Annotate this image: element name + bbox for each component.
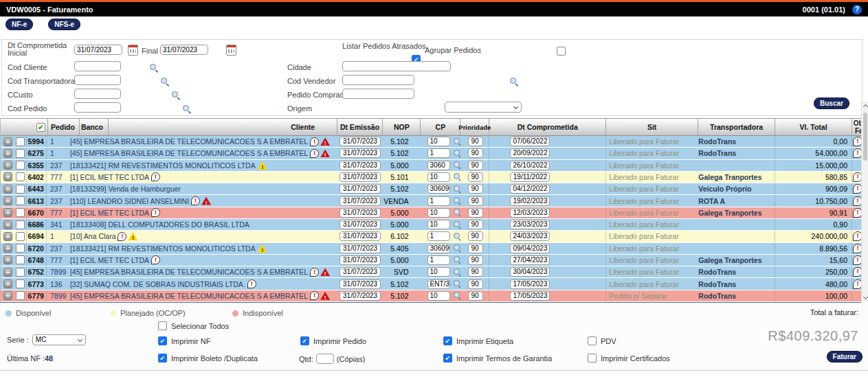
- scroll-down-icon[interactable]: [863, 295, 867, 299]
- prioridade-input[interactable]: 90: [468, 184, 483, 194]
- expand-row-button[interactable]: +: [3, 208, 12, 217]
- expand-row-button[interactable]: +: [3, 172, 12, 181]
- vertical-scrollbar[interactable]: [861, 102, 868, 302]
- cp-input[interactable]: 1: [427, 255, 451, 265]
- expand-row-button[interactable]: +: [3, 291, 12, 300]
- dt-emissao-input[interactable]: 31/07/2023: [340, 255, 381, 265]
- dt-comprometida-input[interactable]: 20/09/2022: [510, 148, 550, 158]
- cp-input[interactable]: 10: [427, 267, 451, 277]
- cp-input[interactable]: 306090: [427, 244, 451, 253]
- cod-cliente-input[interactable]: [74, 61, 121, 71]
- expand-row-button[interactable]: +: [3, 244, 12, 253]
- col-header-pedido[interactable]: Pedido: [48, 119, 80, 135]
- dt-emissao-input[interactable]: 31/07/2023: [340, 148, 381, 158]
- cp-input[interactable]: 3060: [427, 161, 451, 170]
- prioridade-input[interactable]: 90: [468, 291, 483, 301]
- prioridade-input[interactable]: 90: [468, 208, 483, 218]
- col-header-dt-comprometida[interactable]: Dt Comprometida: [489, 119, 606, 135]
- row-checkbox[interactable]: [16, 279, 25, 288]
- dt-emissao-input[interactable]: 31/07/2023: [340, 172, 381, 182]
- prioridade-input[interactable]: 90: [468, 220, 483, 229]
- pedido-comprador-input[interactable]: [342, 89, 414, 99]
- nfe-button[interactable]: NF-e: [5, 19, 33, 30]
- prioridade-input[interactable]: 90: [468, 279, 483, 289]
- cp-input[interactable]: 1: [427, 231, 451, 241]
- lookup-icon[interactable]: [453, 279, 460, 288]
- imprimir-nf-checkbox[interactable]: [158, 336, 167, 345]
- dt-comprometida-input[interactable]: 26/10/2022: [510, 161, 550, 170]
- row-checkbox[interactable]: [16, 268, 25, 277]
- dt-comprometida-input[interactable]: 24/03/2023: [510, 231, 550, 241]
- col-header-sit-transportadora[interactable]: Sit Transportadora: [606, 119, 775, 135]
- lookup-icon[interactable]: [171, 91, 180, 100]
- prioridade-input[interactable]: 90: [468, 231, 483, 241]
- qtd-input[interactable]: [316, 354, 334, 364]
- col-header-cliente[interactable]: Cliente: [109, 119, 337, 135]
- dt-emissao-input[interactable]: 31/07/2023: [340, 291, 381, 301]
- dt-emissao-input[interactable]: 31/07/2023: [340, 184, 381, 194]
- row-checkbox[interactable]: [16, 232, 25, 241]
- row-checkbox[interactable]: [16, 149, 25, 158]
- dt-comprometida-input[interactable]: 19/02/2023: [510, 196, 550, 206]
- dt-comprometida-input[interactable]: 17/05/2023: [510, 279, 550, 289]
- prioridade-input[interactable]: 90: [468, 148, 483, 158]
- buscar-button[interactable]: Buscar: [814, 97, 849, 109]
- row-checkbox[interactable]: [16, 196, 25, 205]
- dt-comprometida-input[interactable]: 09/04/2023: [510, 244, 550, 253]
- prioridade-input[interactable]: 90: [468, 267, 483, 277]
- cp-input[interactable]: 10: [427, 291, 451, 301]
- dt-emissao-input[interactable]: 31/07/2023: [340, 267, 381, 277]
- cp-input[interactable]: ENT/30: [427, 279, 451, 289]
- col-header-vl-total[interactable]: Vl. Total: [775, 119, 852, 135]
- prioridade-input[interactable]: 90: [468, 137, 483, 146]
- col-header-dt-emissao[interactable]: Dt Emissão: [337, 119, 383, 135]
- expand-row-button[interactable]: +: [3, 185, 12, 194]
- row-checkbox[interactable]: [16, 137, 25, 146]
- prioridade-input[interactable]: 90: [468, 255, 483, 265]
- faturar-button[interactable]: Faturar: [827, 351, 863, 363]
- cidade-input[interactable]: [342, 61, 451, 71]
- row-checkbox[interactable]: [16, 244, 25, 253]
- dt-final-input[interactable]: 31/07/2023: [160, 45, 208, 55]
- imprimir-pedido-checkbox[interactable]: [300, 336, 309, 345]
- dt-comprometida-input[interactable]: 04/12/2022: [510, 184, 550, 194]
- lookup-icon[interactable]: [149, 63, 158, 72]
- lookup-icon[interactable]: [453, 172, 460, 181]
- lookup-icon[interactable]: [453, 255, 460, 264]
- cod-pedido-input[interactable]: [74, 102, 121, 113]
- cp-input[interactable]: 10: [427, 220, 451, 229]
- dt-emissao-input[interactable]: 31/07/2023: [340, 244, 381, 253]
- prioridade-input[interactable]: 90: [468, 172, 483, 182]
- dt-comprometida-input[interactable]: 17/05/2023: [510, 291, 550, 301]
- prioridade-input[interactable]: 90: [468, 244, 483, 253]
- dt-comprometida-input[interactable]: 30/04/2023: [510, 267, 550, 277]
- lookup-icon[interactable]: [453, 196, 460, 205]
- imprimir-boleto-checkbox[interactable]: [158, 354, 167, 363]
- dt-inicial-input[interactable]: 31/07/2023: [74, 45, 122, 55]
- expand-row-button[interactable]: +: [3, 268, 12, 277]
- dt-comprometida-input[interactable]: 23/03/2023: [510, 220, 550, 229]
- expand-row-button[interactable]: +: [3, 232, 12, 241]
- dt-comprometida-input[interactable]: 19/11/2022: [510, 172, 550, 182]
- expand-row-button[interactable]: +: [3, 279, 12, 288]
- help-icon[interactable]: ?: [852, 5, 862, 14]
- row-checkbox[interactable]: [16, 161, 25, 170]
- col-header-cp[interactable]: CP: [421, 119, 460, 135]
- lookup-icon[interactable]: [453, 232, 460, 241]
- expand-row-button[interactable]: +: [3, 161, 12, 170]
- col-header-prioridade[interactable]: Prioridade: [460, 119, 489, 135]
- prioridade-input[interactable]: 90: [468, 161, 483, 170]
- cp-input[interactable]: 10: [427, 137, 451, 146]
- cp-input[interactable]: 1: [427, 148, 451, 158]
- dt-emissao-input[interactable]: 31/07/2023: [340, 208, 381, 218]
- col-header-nop[interactable]: NOP: [383, 119, 421, 135]
- expand-row-button[interactable]: +: [3, 196, 12, 205]
- lookup-icon[interactable]: [160, 77, 169, 86]
- dt-emissao-input[interactable]: 31/07/2023: [340, 279, 381, 289]
- cod-transportadora-input[interactable]: [74, 75, 121, 85]
- dt-emissao-input[interactable]: 31/07/2023: [340, 231, 381, 241]
- imprimir-termos-checkbox[interactable]: [443, 354, 452, 363]
- nfse-button[interactable]: NFS-e: [48, 19, 80, 30]
- scrollbar-thumb[interactable]: [863, 113, 867, 161]
- lookup-icon[interactable]: [453, 291, 460, 300]
